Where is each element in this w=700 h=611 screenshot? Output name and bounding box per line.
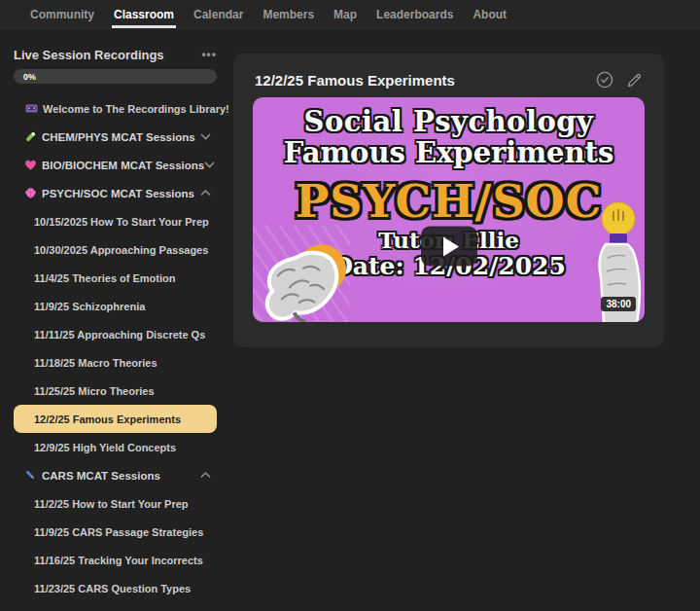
chevron-up-icon bbox=[200, 190, 211, 197]
brain-photo-sticker bbox=[257, 241, 358, 322]
videocassette-icon bbox=[25, 102, 38, 115]
session-item[interactable]: 11/18/25 Macro Theories bbox=[14, 348, 217, 377]
session-item-label: 11/9/25 CARS Passage Strategies bbox=[34, 526, 203, 538]
brain-icon bbox=[24, 187, 37, 199]
progress-label: 0% bbox=[23, 72, 36, 82]
heart-icon bbox=[24, 159, 37, 171]
duration-badge: 38:00 bbox=[601, 297, 636, 311]
session-item-label: 12/9/25 High Yield Concepts bbox=[34, 442, 176, 453]
video-title: 12/2/25 Famous Experiments bbox=[255, 72, 455, 89]
session-item[interactable]: 11/11/25 Approaching Discrete Qs bbox=[14, 320, 217, 348]
nav-item-leaderboards[interactable]: Leaderboards bbox=[367, 0, 463, 28]
session-item-label: 11/16/25 Tracking Your Incorrects bbox=[34, 555, 203, 566]
session-item-label: 11/9/25 Schizophrenia bbox=[34, 301, 145, 312]
session-item[interactable]: 11/16/25 Tracking Your Incorrects bbox=[14, 546, 217, 574]
classroom-page: Community Classroom Calendar Members Map… bbox=[0, 0, 700, 611]
thumb-subject: PSYCH/SOC bbox=[253, 177, 645, 227]
session-item[interactable]: 11/23/25 CARS Question Types bbox=[14, 574, 217, 602]
thumb-title-line2: Famous Experiments bbox=[253, 138, 645, 169]
session-item-label: 11/25/25 Micro Theories bbox=[34, 385, 155, 397]
video-card: 12/2/25 Famous Experiments Social Psycho… bbox=[233, 54, 664, 347]
section-chem-phys[interactable]: CHEM/PHYS MCAT Sessions bbox=[14, 123, 217, 151]
section-psych-soc[interactable]: PSYCH/SOC MCAT Sessions bbox=[14, 179, 217, 207]
section-label: CARS MCAT Sessions bbox=[42, 470, 160, 482]
session-item-label: 10/30/2025 Approaching Passages bbox=[34, 244, 208, 256]
session-item[interactable]: 12/9/25 High Yield Concepts bbox=[14, 433, 217, 461]
play-button[interactable] bbox=[421, 227, 477, 267]
session-item-label: 10/15/2025 How To Start Your Prep bbox=[34, 216, 209, 228]
nav-item-members[interactable]: Members bbox=[253, 0, 324, 28]
video-thumbnail[interactable]: Social Psychology Famous Experiments PSY… bbox=[253, 97, 645, 322]
session-item-label: 11/4/25 Theories of Emotion bbox=[34, 272, 176, 284]
session-item[interactable]: 11/4/25 Theories of Emotion bbox=[14, 264, 217, 292]
progress-bar: 0% bbox=[14, 69, 217, 84]
session-item[interactable]: 11/2/25 How to Start Your Prep bbox=[14, 489, 217, 518]
section-cars[interactable]: CARS MCAT Sessions bbox=[14, 461, 217, 489]
nav-item-calendar[interactable]: Calendar bbox=[184, 0, 253, 28]
session-item-label: 11/18/25 Macro Theories bbox=[34, 357, 158, 369]
more-options-icon[interactable]: ••• bbox=[201, 51, 217, 58]
sidebar-title: Live Session Recordings bbox=[14, 48, 164, 62]
session-item[interactable]: 11/25/25 Micro Theories bbox=[14, 377, 217, 405]
sidebar: Live Session Recordings ••• 0% Welcome t… bbox=[14, 47, 217, 602]
nav-item-classroom[interactable]: Classroom bbox=[104, 0, 184, 28]
sidebar-item-welcome[interactable]: Welcome to The Recordings Library! bbox=[14, 94, 217, 123]
nav-item-about[interactable]: About bbox=[463, 0, 516, 28]
session-item[interactable]: 10/15/2025 How To Start Your Prep bbox=[14, 207, 217, 235]
play-icon bbox=[443, 236, 459, 256]
session-item-label: 11/2/25 How to Start Your Prep bbox=[34, 498, 189, 510]
chevron-up-icon bbox=[200, 472, 211, 479]
session-item[interactable]: 11/9/25 CARS Passage Strategies bbox=[14, 518, 217, 546]
session-item-label: 11/11/25 Approaching Discrete Qs bbox=[34, 329, 205, 341]
chevron-down-icon bbox=[200, 133, 211, 140]
section-bio-biochem[interactable]: BIO/BIOCHEM MCAT Sessions bbox=[14, 151, 217, 179]
session-item[interactable]: 11/9/25 Schizophrenia bbox=[14, 292, 217, 320]
chevron-down-icon bbox=[204, 162, 215, 168]
top-nav: Community Classroom Calendar Members Map… bbox=[0, 0, 700, 29]
sidebar-item-label: Welcome to The Recordings Library! bbox=[43, 103, 229, 115]
session-item[interactable]: 10/30/2025 Approaching Passages bbox=[14, 235, 217, 264]
session-item-label: 11/23/25 CARS Question Types bbox=[34, 583, 191, 594]
nav-item-community[interactable]: Community bbox=[20, 0, 104, 28]
session-item-selected[interactable]: 12/2/25 Famous Experiments bbox=[14, 405, 217, 433]
check-circle-icon[interactable] bbox=[596, 71, 613, 89]
pencil-icon[interactable] bbox=[626, 72, 643, 89]
thumb-title-line1: Social Psychology bbox=[253, 107, 645, 138]
test-tube-icon bbox=[24, 130, 37, 143]
section-label: CHEM/PHYS MCAT Sessions bbox=[42, 131, 195, 143]
section-label: PSYCH/SOC MCAT Sessions bbox=[42, 188, 194, 199]
session-item-label: 12/2/25 Famous Experiments bbox=[34, 413, 181, 425]
nav-item-map[interactable]: Map bbox=[324, 0, 367, 28]
section-label: BIO/BIOCHEM MCAT Sessions bbox=[42, 160, 204, 171]
fountain-pen-icon bbox=[24, 469, 37, 482]
